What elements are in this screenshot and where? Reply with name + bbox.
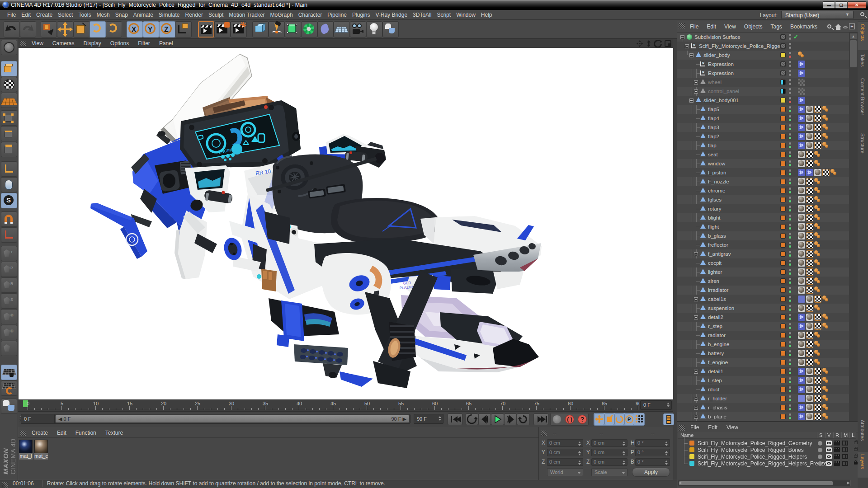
svg-text:GER: GER bbox=[401, 281, 411, 286]
svg-text:P: P bbox=[627, 417, 631, 422]
